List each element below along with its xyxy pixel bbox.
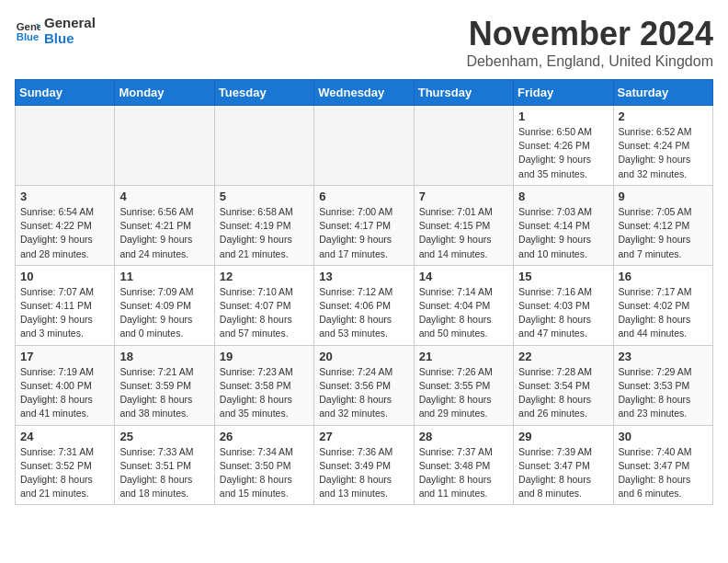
calendar-row: 3Sunrise: 6:54 AM Sunset: 4:22 PM Daylig… — [16, 185, 713, 265]
day-number: 15 — [518, 270, 608, 283]
day-number: 11 — [119, 270, 209, 283]
calendar-cell: 13Sunrise: 7:12 AM Sunset: 4:06 PM Dayli… — [314, 265, 414, 345]
calendar-cell: 15Sunrise: 7:16 AM Sunset: 4:03 PM Dayli… — [514, 265, 613, 345]
day-info: Sunrise: 7:10 AM Sunset: 4:07 PM Dayligh… — [220, 285, 309, 341]
day-info: Sunrise: 7:14 AM Sunset: 4:04 PM Dayligh… — [419, 285, 508, 341]
calendar-cell: 21Sunrise: 7:26 AM Sunset: 3:55 PM Dayli… — [414, 345, 513, 425]
calendar-cell: 4Sunrise: 6:56 AM Sunset: 4:21 PM Daylig… — [115, 185, 214, 265]
day-info: Sunrise: 7:01 AM Sunset: 4:15 PM Dayligh… — [419, 205, 508, 261]
day-number: 17 — [20, 350, 109, 363]
day-number: 1 — [518, 109, 608, 123]
calendar-cell: 12Sunrise: 7:10 AM Sunset: 4:07 PM Dayli… — [214, 265, 313, 345]
day-info: Sunrise: 7:36 AM Sunset: 3:49 PM Dayligh… — [319, 445, 408, 501]
calendar-cell — [414, 106, 513, 186]
day-number: 14 — [419, 270, 508, 283]
day-info: Sunrise: 7:26 AM Sunset: 3:55 PM Dayligh… — [419, 365, 508, 421]
calendar-cell: 6Sunrise: 7:00 AM Sunset: 4:17 PM Daylig… — [314, 185, 414, 265]
day-number: 29 — [518, 430, 608, 443]
day-info: Sunrise: 7:00 AM Sunset: 4:17 PM Dayligh… — [319, 205, 408, 261]
day-number: 21 — [419, 350, 508, 363]
calendar-cell: 22Sunrise: 7:28 AM Sunset: 3:54 PM Dayli… — [514, 345, 613, 425]
calendar-cell — [115, 106, 214, 186]
calendar-cell — [314, 106, 414, 186]
month-title: November 2024 — [466, 15, 713, 53]
day-info: Sunrise: 7:24 AM Sunset: 3:56 PM Dayligh… — [319, 365, 408, 421]
day-info: Sunrise: 7:29 AM Sunset: 3:53 PM Dayligh… — [619, 365, 708, 421]
calendar-cell: 2Sunrise: 6:52 AM Sunset: 4:24 PM Daylig… — [613, 106, 712, 186]
day-info: Sunrise: 6:58 AM Sunset: 4:19 PM Dayligh… — [220, 205, 309, 261]
day-info: Sunrise: 7:12 AM Sunset: 4:06 PM Dayligh… — [319, 285, 408, 341]
calendar-cell: 3Sunrise: 6:54 AM Sunset: 4:22 PM Daylig… — [16, 185, 115, 265]
logo-icon: General Blue — [15, 17, 40, 43]
day-info: Sunrise: 7:19 AM Sunset: 4:00 PM Dayligh… — [20, 365, 109, 421]
calendar-cell: 7Sunrise: 7:01 AM Sunset: 4:15 PM Daylig… — [414, 185, 513, 265]
calendar-row: 1Sunrise: 6:50 AM Sunset: 4:26 PM Daylig… — [16, 106, 713, 186]
day-info: Sunrise: 7:03 AM Sunset: 4:14 PM Dayligh… — [518, 205, 608, 261]
day-info: Sunrise: 7:39 AM Sunset: 3:47 PM Dayligh… — [518, 445, 608, 501]
calendar-cell: 27Sunrise: 7:36 AM Sunset: 3:49 PM Dayli… — [314, 425, 414, 505]
calendar-row: 17Sunrise: 7:19 AM Sunset: 4:00 PM Dayli… — [16, 345, 713, 425]
calendar-row: 24Sunrise: 7:31 AM Sunset: 3:52 PM Dayli… — [16, 425, 713, 505]
calendar-cell: 11Sunrise: 7:09 AM Sunset: 4:09 PM Dayli… — [115, 265, 214, 345]
day-info: Sunrise: 7:31 AM Sunset: 3:52 PM Dayligh… — [20, 445, 109, 501]
day-info: Sunrise: 7:16 AM Sunset: 4:03 PM Dayligh… — [518, 285, 608, 341]
day-number: 5 — [220, 190, 309, 203]
day-info: Sunrise: 6:50 AM Sunset: 4:26 PM Dayligh… — [518, 125, 608, 181]
day-number: 12 — [220, 270, 309, 283]
calendar-cell: 17Sunrise: 7:19 AM Sunset: 4:00 PM Dayli… — [16, 345, 115, 425]
calendar-cell: 19Sunrise: 7:23 AM Sunset: 3:58 PM Dayli… — [214, 345, 313, 425]
calendar-cell: 16Sunrise: 7:17 AM Sunset: 4:02 PM Dayli… — [613, 265, 712, 345]
day-number: 22 — [518, 350, 608, 363]
calendar-cell: 24Sunrise: 7:31 AM Sunset: 3:52 PM Dayli… — [16, 425, 115, 505]
day-number: 9 — [619, 190, 708, 203]
header-sunday: Sunday — [16, 80, 115, 106]
calendar-cell: 8Sunrise: 7:03 AM Sunset: 4:14 PM Daylig… — [514, 185, 613, 265]
day-info: Sunrise: 7:17 AM Sunset: 4:02 PM Dayligh… — [619, 285, 708, 341]
calendar-cell: 25Sunrise: 7:33 AM Sunset: 3:51 PM Dayli… — [115, 425, 214, 505]
svg-text:Blue: Blue — [17, 31, 40, 42]
header-tuesday: Tuesday — [214, 80, 313, 106]
location-subtitle: Debenham, England, United Kingdom — [466, 53, 713, 70]
day-info: Sunrise: 7:37 AM Sunset: 3:48 PM Dayligh… — [419, 445, 508, 501]
calendar-cell: 9Sunrise: 7:05 AM Sunset: 4:12 PM Daylig… — [613, 185, 712, 265]
day-number: 7 — [419, 190, 508, 203]
header-saturday: Saturday — [613, 80, 712, 106]
day-info: Sunrise: 6:56 AM Sunset: 4:21 PM Dayligh… — [119, 205, 209, 261]
calendar-header-row: SundayMondayTuesdayWednesdayThursdayFrid… — [16, 80, 713, 106]
calendar-row: 10Sunrise: 7:07 AM Sunset: 4:11 PM Dayli… — [16, 265, 713, 345]
day-info: Sunrise: 7:09 AM Sunset: 4:09 PM Dayligh… — [119, 285, 209, 341]
header-monday: Monday — [115, 80, 214, 106]
day-info: Sunrise: 7:33 AM Sunset: 3:51 PM Dayligh… — [119, 445, 209, 501]
day-number: 20 — [319, 350, 408, 363]
day-number: 8 — [518, 190, 608, 203]
logo: General Blue General Blue — [15, 15, 96, 46]
day-number: 28 — [419, 430, 508, 443]
day-info: Sunrise: 7:40 AM Sunset: 3:47 PM Dayligh… — [619, 445, 708, 501]
calendar-cell: 18Sunrise: 7:21 AM Sunset: 3:59 PM Dayli… — [115, 345, 214, 425]
calendar-cell — [16, 106, 115, 186]
logo-text-line1: General — [44, 15, 96, 30]
day-number: 30 — [619, 430, 708, 443]
day-number: 23 — [619, 350, 708, 363]
day-info: Sunrise: 6:52 AM Sunset: 4:24 PM Dayligh… — [619, 125, 708, 181]
header-thursday: Thursday — [414, 80, 513, 106]
calendar-cell: 14Sunrise: 7:14 AM Sunset: 4:04 PM Dayli… — [414, 265, 513, 345]
day-number: 10 — [20, 270, 109, 283]
calendar-cell: 29Sunrise: 7:39 AM Sunset: 3:47 PM Dayli… — [514, 425, 613, 505]
day-info: Sunrise: 7:07 AM Sunset: 4:11 PM Dayligh… — [20, 285, 109, 341]
day-info: Sunrise: 7:28 AM Sunset: 3:54 PM Dayligh… — [518, 365, 608, 421]
calendar-cell: 26Sunrise: 7:34 AM Sunset: 3:50 PM Dayli… — [214, 425, 313, 505]
day-number: 2 — [619, 109, 708, 123]
calendar-cell: 5Sunrise: 6:58 AM Sunset: 4:19 PM Daylig… — [214, 185, 313, 265]
day-number: 19 — [220, 350, 309, 363]
day-number: 26 — [220, 430, 309, 443]
calendar-cell: 23Sunrise: 7:29 AM Sunset: 3:53 PM Dayli… — [613, 345, 712, 425]
day-number: 6 — [319, 190, 408, 203]
day-number: 24 — [20, 430, 109, 443]
day-info: Sunrise: 6:54 AM Sunset: 4:22 PM Dayligh… — [20, 205, 109, 261]
day-number: 18 — [119, 350, 209, 363]
title-block: November 2024 Debenham, England, United … — [466, 15, 713, 70]
logo-text-line2: Blue — [44, 30, 96, 46]
day-number: 16 — [619, 270, 708, 283]
calendar-table: SundayMondayTuesdayWednesdayThursdayFrid… — [15, 79, 713, 505]
